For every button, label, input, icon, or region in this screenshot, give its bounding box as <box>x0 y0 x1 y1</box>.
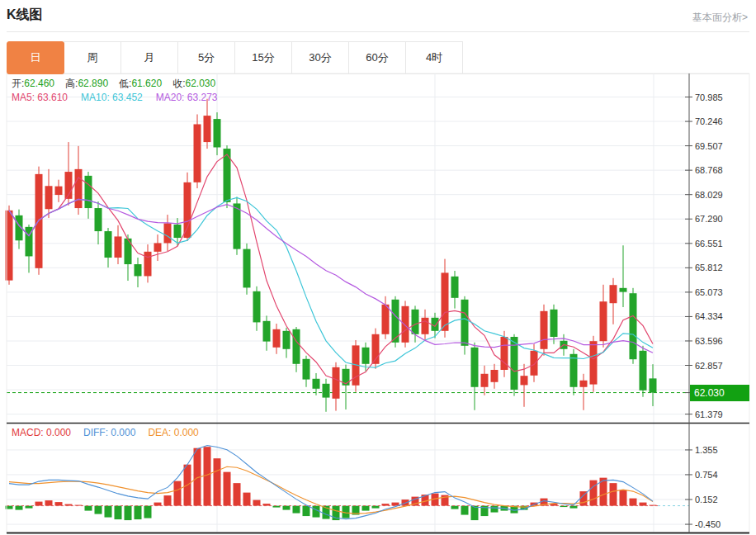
macd-hist-bar <box>640 503 647 506</box>
macd-axis-tick-label: 0.152 <box>695 494 718 505</box>
price-axis-tick-label: 62.857 <box>695 360 723 372</box>
candle-body <box>234 203 241 249</box>
tab-period-1[interactable]: 日 <box>7 41 64 74</box>
macd-hist-bar <box>105 506 112 518</box>
candle-body <box>650 378 657 392</box>
candle-body <box>313 379 320 389</box>
macd-axis-tick-label: 1.355 <box>695 444 718 456</box>
candle-body <box>174 225 182 238</box>
price-axis-tick-label: 66.551 <box>695 238 723 249</box>
candle-body <box>550 310 558 337</box>
candle-body <box>283 331 291 349</box>
ma-line-ma10 <box>9 197 653 367</box>
macd-hist-bar <box>204 447 211 505</box>
candle-body <box>491 370 498 382</box>
ma-info-bar: MA5: 63.610MA10: 63.452MA20: 63.273 <box>12 92 230 103</box>
candle-body <box>541 311 548 349</box>
candle-body <box>323 384 330 398</box>
macd-hist-bar <box>234 483 241 505</box>
macd-hist-bar <box>610 483 617 505</box>
macd-hist-bar <box>630 499 637 506</box>
macdBar-item: DIFF: 0.000 <box>83 427 135 438</box>
candle-body <box>164 223 172 243</box>
candle-body <box>293 329 300 364</box>
candle-body <box>610 285 617 303</box>
candle-body <box>194 124 201 182</box>
candle-body <box>115 236 122 258</box>
ma-line-ma5 <box>9 154 653 384</box>
price-axis-tick-label: 70.246 <box>695 116 723 127</box>
candle-body <box>630 293 637 359</box>
candle-body <box>154 243 162 251</box>
candle-body <box>382 305 390 334</box>
price-axis-tick-label: 68.029 <box>695 189 723 201</box>
infoBar-item: 收:62.030 <box>172 78 226 89</box>
candle-body <box>362 348 370 364</box>
candle-body <box>461 300 469 346</box>
candle-body <box>253 291 261 323</box>
candle-body <box>273 329 281 348</box>
candle-body <box>243 249 251 288</box>
macd-hist-bar <box>135 506 142 519</box>
candle-body <box>263 321 271 342</box>
maBar-item: MA10: 63.452 <box>81 92 143 103</box>
infoBar-item: 开:62.460 <box>12 78 65 89</box>
macd-hist-bar <box>125 506 132 520</box>
macd-hist-bar <box>45 500 53 505</box>
infoBar-item: 高:62.890 <box>65 78 119 89</box>
candle-body <box>204 116 211 142</box>
axis-layer <box>7 73 749 533</box>
candle-body <box>303 359 310 380</box>
macd-hist-bar <box>471 506 479 520</box>
candle-body <box>620 288 627 292</box>
candle-body <box>95 208 102 231</box>
macd-hist-bar <box>293 506 300 514</box>
candle-body <box>580 381 588 387</box>
candle-body <box>333 367 340 399</box>
price-axis-tick-label: 65.073 <box>695 286 723 298</box>
macd-info-bar: MACD: 0.000DIFF: 0.000DEA: 0.000 <box>12 427 211 438</box>
candle-body <box>640 351 647 391</box>
macd-hist-bar <box>85 506 92 511</box>
candle-body <box>481 374 489 387</box>
macd-hist-bar <box>303 506 310 516</box>
price-axis-tick-label: 61.379 <box>695 409 723 420</box>
candle-body <box>600 301 607 341</box>
infoBar-item: 低:61.620 <box>119 78 172 89</box>
current-price-badge: 62.030 <box>690 385 749 401</box>
candle-body <box>570 354 578 387</box>
macd-hist-bar <box>115 506 122 519</box>
macd-hist-bar <box>491 506 498 513</box>
price-axis-tick-label: 67.290 <box>695 213 723 225</box>
maBar-item: MA5: 63.610 <box>12 92 68 103</box>
macd-hist-bar <box>461 506 469 515</box>
macd-hist-bar <box>174 481 182 506</box>
candle-body <box>144 252 152 277</box>
candle-body <box>135 264 142 276</box>
macd-axis-tick-label: -0.450 <box>695 518 721 530</box>
candle-body <box>105 231 112 258</box>
candle-body <box>590 341 598 384</box>
candle-body <box>451 277 459 298</box>
macd-hist-bar <box>362 506 370 511</box>
macd-hist-bar <box>214 458 221 505</box>
maBar-item: MA20: 63.273 <box>156 92 218 103</box>
macd-hist-bar <box>35 502 43 506</box>
candle-body <box>521 376 528 385</box>
macd-hist-bar <box>154 503 162 506</box>
candle-body <box>85 176 92 208</box>
macd-axis-tick-label: 0.754 <box>695 469 718 481</box>
candle-body <box>402 306 409 343</box>
kline-chart-page: K线图 基本面分析> 日周月5分15分30分60分4时 开:62.460高:62… <box>0 0 756 535</box>
macd-hist-bar <box>451 506 459 509</box>
price-axis-tick-label: 68.768 <box>695 164 723 176</box>
macd-hist-bar <box>620 490 627 506</box>
ma-lines-layer <box>9 154 653 384</box>
candle-body <box>412 310 419 334</box>
macdBar-item: MACD: 0.000 <box>12 427 71 438</box>
macdBar-item: DEA: 0.000 <box>148 427 198 438</box>
candle-body <box>422 318 429 334</box>
price-axis-tick-label: 69.507 <box>695 140 723 152</box>
macd-hist-bar <box>95 506 102 514</box>
grid-layer <box>7 73 689 533</box>
